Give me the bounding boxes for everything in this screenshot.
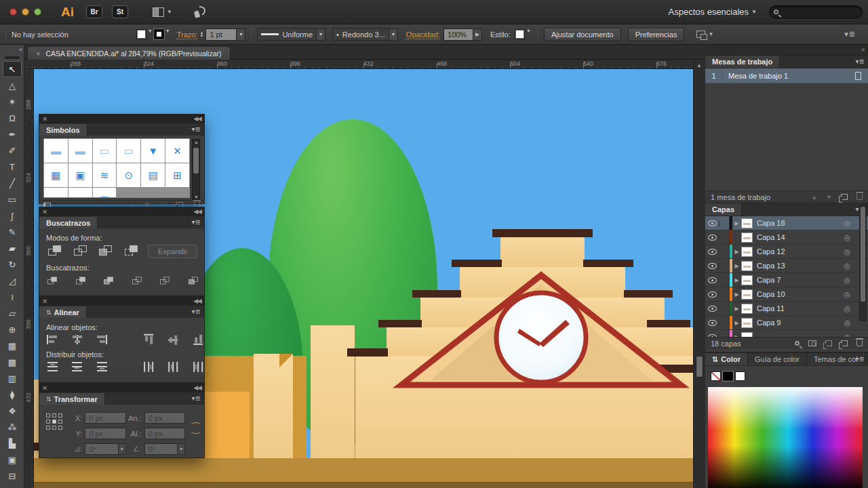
tab-color[interactable]: ⇅Color	[705, 353, 748, 365]
width-field[interactable]: 0 px	[144, 412, 185, 424]
layer-row[interactable]: ▶Capa 13◎	[705, 259, 868, 273]
preferences-button[interactable]: Preferencias	[628, 28, 685, 41]
lasso-tool[interactable]: Ω	[3, 110, 22, 126]
shear-dropdown-icon[interactable]: ▼	[178, 443, 185, 455]
divide-button[interactable]	[46, 277, 58, 286]
layer-thumbnail[interactable]	[741, 261, 753, 271]
lock-cell[interactable]	[720, 287, 730, 301]
layer-row[interactable]: ▶Capa 7◎	[705, 273, 868, 287]
arrange-documents-caret-icon[interactable]: ▼	[167, 9, 172, 15]
tab-align[interactable]: ⇅Alinear	[39, 306, 87, 318]
artboards-panel-menu-icon[interactable]: ▾≣	[856, 58, 865, 65]
opacity-dropdown-icon[interactable]: ▶	[473, 28, 482, 41]
layer-name[interactable]: Capa 11	[757, 304, 785, 312]
artboard-tool[interactable]: ▣	[3, 451, 22, 468]
layer-row[interactable]: ▶Capa 11◎	[705, 302, 868, 316]
expand-layer-icon[interactable]: ▶	[732, 306, 741, 312]
layer-row[interactable]: ▶Capa 10◎	[705, 287, 868, 302]
search-input[interactable]	[778, 7, 846, 17]
locate-object-icon[interactable]	[795, 341, 800, 346]
layer-row[interactable]: ▶Capa 9◎	[705, 316, 868, 330]
symbol-dropdown-button[interactable]: ▼	[141, 139, 165, 163]
visibility-icon[interactable]	[708, 334, 717, 338]
scale-tool[interactable]: ◿	[3, 272, 22, 289]
width-tool[interactable]: ≀	[3, 289, 22, 305]
expand-layer-icon[interactable]: ▶	[732, 320, 741, 326]
lock-cell[interactable]	[720, 273, 730, 287]
new-layer-icon[interactable]	[841, 340, 848, 346]
rotate-dropdown-icon[interactable]: ▼	[119, 443, 126, 455]
layer-thumbnail[interactable]	[741, 318, 753, 328]
symbol-sprayer-tool[interactable]: ⁂	[3, 419, 22, 435]
align-vcenter-button[interactable]	[167, 333, 178, 346]
symbol-web-button[interactable]: ▬	[44, 139, 68, 163]
height-field[interactable]: 0 px	[144, 428, 185, 439]
zoom-window-button[interactable]	[34, 8, 41, 16]
layer-name[interactable]: Capa 10	[757, 290, 785, 298]
move-down-icon[interactable]: ▼	[826, 194, 832, 201]
reference-point-grid[interactable]	[46, 413, 63, 430]
tab-artboards[interactable]: Mesas de trabajo	[705, 56, 780, 68]
layer-name[interactable]: Capa 14	[757, 233, 785, 241]
distribute-vcenter-button[interactable]	[71, 361, 83, 372]
collapse-panel-icon[interactable]: ◀◀	[193, 384, 201, 392]
fill-swatch[interactable]	[136, 29, 146, 39]
brush-dropdown[interactable]: • Redondo 3...	[332, 28, 389, 41]
expand-layer-icon[interactable]: ▶	[732, 291, 741, 298]
white-swatch[interactable]	[735, 371, 745, 381]
stroke-caret-icon[interactable]: ▼	[165, 28, 170, 33]
collapse-panel-icon[interactable]: ◀◀	[193, 297, 201, 306]
arrange-documents-icon[interactable]	[153, 7, 164, 17]
collapse-panel-icon[interactable]: ◀◀	[193, 115, 201, 123]
paintbrush-tool[interactable]: ʃ	[3, 207, 22, 224]
symbol-film-frame[interactable]: ▣	[68, 163, 92, 187]
width-profile-dropdown[interactable]: Uniforme	[257, 28, 317, 41]
symbol-heart[interactable]: ♥	[68, 188, 92, 198]
delete-artboard-icon[interactable]	[856, 194, 863, 200]
close-panel-icon[interactable]: ✕	[42, 384, 47, 392]
eyedropper-tool[interactable]: ⧫	[3, 386, 22, 403]
lock-cell[interactable]	[720, 302, 730, 315]
isolate-mode-icon[interactable]	[696, 30, 705, 38]
align-panel-menu-icon[interactable]: ▾≣	[192, 308, 201, 315]
target-icon[interactable]: ◎	[844, 247, 850, 256]
layer-thumbnail[interactable]	[741, 232, 753, 243]
fill-caret-icon[interactable]: ▼	[148, 28, 153, 33]
curvature-pen-tool[interactable]: ✐	[3, 142, 22, 159]
close-panel-icon[interactable]: ✕	[42, 297, 47, 306]
lock-cell[interactable]	[720, 245, 730, 258]
align-bottom-button[interactable]	[193, 333, 203, 346]
expand-layer-icon[interactable]: ▶	[732, 220, 741, 226]
layers-scrollbar[interactable]	[859, 205, 867, 321]
lock-cell[interactable]	[720, 230, 730, 244]
layer-row[interactable]: Capa 14◎	[705, 230, 868, 245]
shape-builder-tool[interactable]: ⊕	[3, 321, 22, 338]
new-sublayer-icon[interactable]	[825, 340, 832, 346]
trim-button[interactable]	[75, 277, 87, 286]
symbols-panel-menu-icon[interactable]: ▾≣	[192, 125, 201, 133]
layer-row[interactable]: ▶◎	[705, 330, 868, 337]
symbol-close-button[interactable]: ✕	[165, 139, 189, 163]
pencil-tool[interactable]: ✎	[3, 224, 22, 240]
tab-symbols[interactable]: Símbolos	[39, 124, 87, 136]
layer-name[interactable]: Capa 7	[757, 276, 781, 284]
stroke-weight-label[interactable]: Trazo:	[177, 30, 198, 39]
collapse-panel-icon[interactable]: ◀◀	[193, 207, 201, 216]
move-up-icon[interactable]: ▲	[811, 194, 817, 201]
artboard-icon[interactable]	[855, 72, 861, 80]
transform-panel-menu-icon[interactable]: ▾≣	[192, 394, 201, 402]
minus-front-button[interactable]	[72, 245, 90, 258]
black-swatch[interactable]	[723, 371, 733, 381]
visibility-icon[interactable]	[708, 277, 717, 283]
visibility-icon[interactable]	[708, 306, 717, 312]
close-window-button[interactable]	[9, 8, 17, 16]
minus-back-button[interactable]	[187, 277, 199, 286]
delete-layer-icon[interactable]	[856, 340, 863, 346]
line-segment-tool[interactable]: ╱	[3, 175, 22, 191]
collapse-toggle-icon[interactable]: ⇅	[46, 396, 52, 403]
workspace-switcher[interactable]: Aspectos esenciales	[669, 7, 749, 17]
y-field[interactable]: 0 px	[85, 428, 125, 439]
tab-transform[interactable]: ⇅Transformar	[39, 393, 105, 405]
selection-tool[interactable]: ↖	[3, 61, 22, 77]
target-icon[interactable]: ◎	[844, 233, 850, 242]
